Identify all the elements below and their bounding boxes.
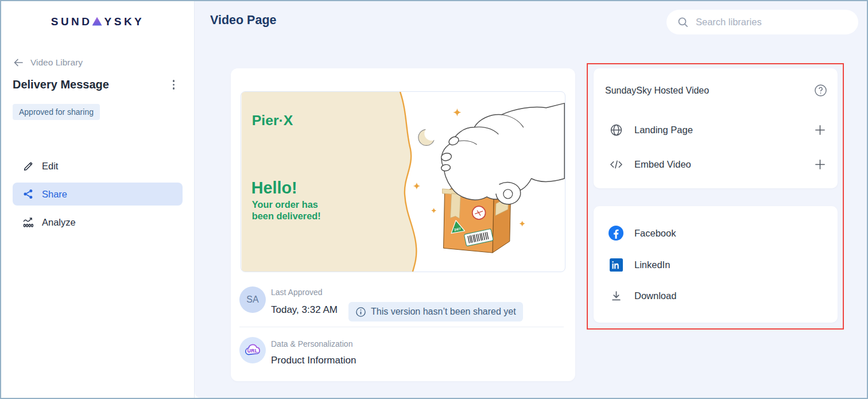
add-landing-page-button[interactable]: [814, 124, 826, 136]
search-icon: [677, 16, 689, 28]
thumbnail-headline: Hello!: [251, 179, 297, 197]
hosted-panel-title: SundaySky Hosted Video: [605, 86, 709, 96]
embed-video-row[interactable]: Embed Video: [594, 152, 838, 176]
hosted-video-panel: SundaySky Hosted Video Landing Page Embe…: [594, 68, 838, 188]
personalization-value: Product Information: [271, 355, 356, 366]
facebook-icon: [607, 226, 625, 241]
approver-avatar: SA: [239, 286, 266, 313]
facebook-label: Facebook: [634, 228, 676, 239]
search-input[interactable]: [696, 17, 849, 28]
notice-text: This version hasn’t been shared yet: [371, 307, 516, 317]
download-icon: [607, 290, 625, 302]
share-nodes-icon: [22, 188, 34, 200]
sidebar: SUND YSKY Video Library Delivery Message…: [1, 1, 195, 398]
approver-initials: SA: [246, 295, 258, 305]
data-source-avatar: URL: [239, 337, 266, 363]
url-label: URL: [247, 348, 258, 354]
landing-page-label: Landing Page: [634, 125, 693, 135]
share-facebook-row[interactable]: Facebook: [594, 221, 838, 245]
embed-video-label: Embed Video: [634, 159, 691, 170]
add-embed-video-button[interactable]: [814, 158, 826, 171]
linkedin-label: LinkedIn: [634, 259, 670, 270]
info-icon: [355, 307, 366, 317]
project-menu-kebab-icon[interactable]: [168, 78, 180, 92]
thumbnail-subline-1: Your order has: [252, 199, 318, 210]
thumbnail-brand: Pier·X: [252, 113, 293, 128]
social-share-panel: Facebook LinkedIn Download: [594, 206, 838, 323]
main-content: Video Page Pier·X Hello! Your order has …: [195, 1, 867, 398]
sidebar-item-label: Analyze: [42, 217, 76, 228]
sidebar-item-share[interactable]: Share: [13, 183, 183, 206]
video-card: Pier·X Hello! Your order has been delive…: [231, 68, 575, 381]
sidebar-item-label: Share: [42, 189, 67, 200]
landing-page-row[interactable]: Landing Page: [594, 118, 838, 142]
thumbnail-subline-2: been delivered!: [252, 211, 321, 221]
project-title: Delivery Message: [13, 78, 109, 91]
download-label: Download: [634, 290, 676, 301]
back-to-video-library[interactable]: Video Library: [13, 57, 83, 68]
search-bar: [666, 10, 858, 34]
back-arrow-icon: [13, 57, 24, 68]
download-row[interactable]: Download: [594, 284, 838, 308]
linkedin-icon: [607, 258, 625, 272]
moon-illustration: [418, 126, 439, 145]
logo-triangle-icon: [92, 17, 102, 26]
help-icon[interactable]: [814, 84, 827, 97]
globe-icon: [607, 123, 625, 137]
analytics-chart-icon: [22, 216, 34, 228]
sidebar-item-label: Edit: [42, 161, 58, 172]
logo-text-left: SUND: [51, 16, 92, 28]
back-link-label: Video Library: [30, 57, 83, 68]
status-badge: Approved for sharing: [13, 104, 100, 120]
not-shared-notice: This version hasn’t been shared yet: [348, 302, 523, 321]
logo-text-right: YSKY: [104, 16, 145, 28]
video-thumbnail[interactable]: Pier·X Hello! Your order has been delive…: [241, 91, 565, 272]
pencil-icon: [22, 161, 34, 172]
sundaysky-logo: SUND YSKY: [1, 16, 194, 28]
card-divider: [239, 327, 564, 327]
sidebar-item-edit[interactable]: Edit: [13, 155, 183, 177]
last-approved-time: Today, 3:32 AM: [271, 304, 338, 316]
sidebar-nav: Edit Share Analyze: [13, 155, 183, 239]
hand-illustration: [440, 103, 564, 204]
share-linkedin-row[interactable]: LinkedIn: [594, 253, 838, 277]
code-icon: [607, 158, 625, 171]
sidebar-item-analyze[interactable]: Analyze: [13, 211, 183, 233]
last-approved-label: Last Approved: [271, 288, 323, 297]
page-title: Video Page: [210, 13, 277, 28]
app-window: SUND YSKY Video Library Delivery Message…: [0, 0, 868, 399]
personalization-label: Data & Personalization: [271, 339, 352, 348]
